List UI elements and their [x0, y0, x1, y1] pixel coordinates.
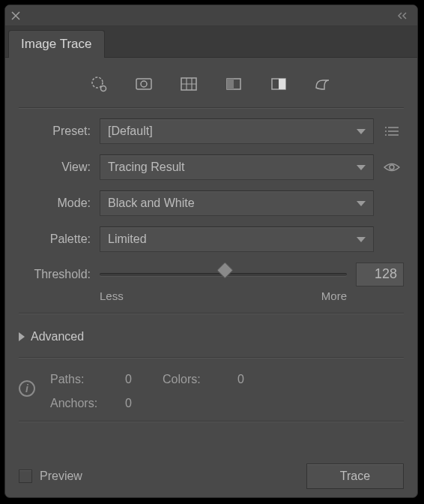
chevron-down-icon [357, 165, 366, 170]
preset-menu-icon[interactable] [380, 126, 404, 136]
tab-row: Image Trace [5, 26, 417, 58]
eye-icon[interactable] [380, 162, 404, 172]
svg-point-17 [385, 134, 387, 136]
preset-label: Preset: [19, 124, 100, 138]
advanced-toggle[interactable]: Advanced [19, 324, 404, 354]
tab-image-trace[interactable]: Image Trace [8, 30, 105, 58]
low-color-icon[interactable] [178, 74, 200, 94]
threshold-less-label: Less [100, 290, 124, 302]
divider [19, 421, 404, 422]
paths-label: Paths: [50, 373, 125, 386]
high-color-icon[interactable] [133, 74, 155, 94]
checkbox-icon[interactable] [19, 470, 32, 483]
preset-shortcut-row [19, 68, 404, 104]
svg-rect-2 [136, 79, 151, 89]
outline-icon[interactable] [312, 74, 335, 94]
svg-rect-9 [227, 79, 234, 89]
svg-point-1 [101, 86, 106, 92]
info-icon: i [19, 380, 35, 397]
panel-footer: Preview Trace [5, 455, 417, 497]
collapse-icon[interactable] [398, 12, 411, 20]
divider [19, 313, 404, 314]
panel-titlebar [5, 5, 417, 26]
palette-label: Palette: [19, 232, 100, 246]
view-value: Tracing Result [108, 160, 185, 174]
svg-point-15 [385, 127, 387, 128]
stats-grid: Paths: 0 Colors: 0 Anchors: 0 [50, 373, 267, 410]
preview-checkbox[interactable]: Preview [19, 470, 82, 483]
svg-rect-11 [279, 79, 285, 89]
paths-value: 0 [125, 373, 163, 386]
threshold-input[interactable]: 128 [356, 262, 404, 286]
threshold-more-label: More [321, 290, 347, 302]
threshold-label: Threshold: [19, 268, 100, 281]
preset-dropdown[interactable]: [Default] [100, 118, 374, 144]
chevron-down-icon [357, 201, 366, 206]
chevron-down-icon [357, 129, 366, 134]
mode-value: Black and White [108, 196, 195, 210]
divider [19, 107, 404, 108]
svg-point-0 [92, 77, 103, 88]
preset-value: [Default] [108, 124, 153, 138]
anchors-label: Anchors: [50, 397, 125, 410]
close-icon[interactable] [11, 11, 20, 20]
svg-point-3 [141, 81, 147, 87]
image-trace-panel: Image Trace Preset: [4, 4, 418, 498]
colors-label: Colors: [163, 373, 237, 386]
trace-button[interactable]: Trace [306, 464, 404, 489]
palette-dropdown[interactable]: Limited [100, 226, 374, 252]
grayscale-icon[interactable] [222, 74, 245, 94]
chevron-down-icon [357, 237, 366, 242]
black-white-icon[interactable] [267, 74, 290, 94]
mode-label: Mode: [19, 196, 100, 210]
colors-value: 0 [237, 373, 267, 386]
divider [19, 357, 404, 358]
svg-point-16 [385, 130, 387, 132]
preview-label: Preview [40, 470, 82, 483]
mode-dropdown[interactable]: Black and White [100, 190, 374, 216]
slider-thumb-icon[interactable] [216, 262, 234, 279]
view-dropdown[interactable]: Tracing Result [100, 154, 374, 180]
svg-point-18 [390, 165, 394, 170]
chevron-right-icon [19, 332, 25, 341]
palette-value: Limited [108, 232, 147, 246]
threshold-slider[interactable] [100, 273, 347, 276]
anchors-value: 0 [125, 397, 163, 410]
auto-color-icon[interactable] [88, 74, 110, 94]
view-label: View: [19, 160, 100, 174]
advanced-label: Advanced [31, 330, 84, 344]
